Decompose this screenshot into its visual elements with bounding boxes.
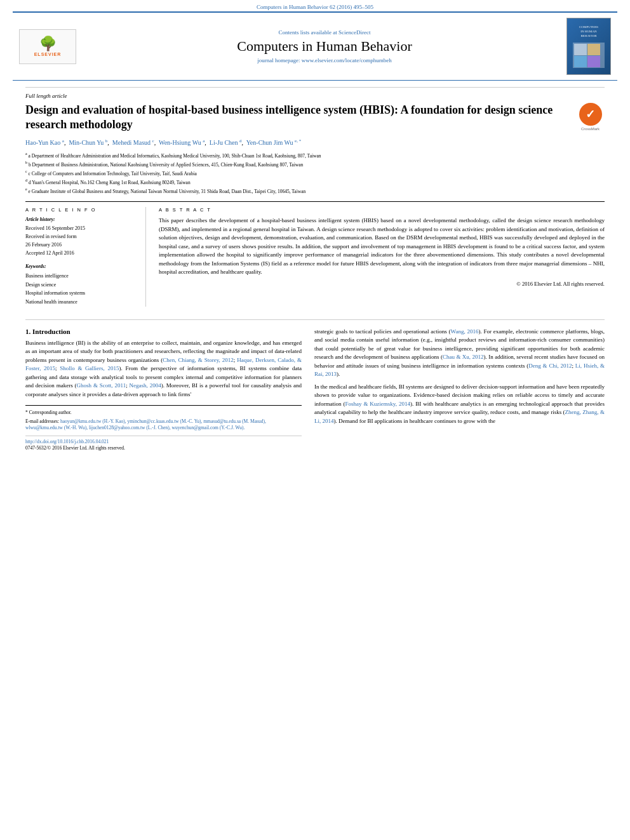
keyword-3: Hospital information systems — [25, 289, 138, 298]
ref-shollo-2015[interactable]: Shollo & Galliers, 2015 — [60, 365, 119, 371]
keyword-2: Design science — [25, 281, 138, 290]
journal-cover-image: COMPUTERSIN HUMANBEHAVIOR — [566, 18, 611, 75]
journal-title: Computers in Human Behavior — [108, 38, 541, 55]
abstract-column: A B S T R A C T This paper describes the… — [159, 207, 605, 307]
journal-header-center: Contents lists available at ScienceDirec… — [95, 29, 554, 63]
abstract-heading: A B S T R A C T — [159, 207, 605, 213]
elsevier-wordmark: ELSEVIER — [34, 52, 62, 57]
intro-right-column: strategic goals to tactical policies and… — [314, 328, 605, 452]
author-kao: Hao-Yun Kao — [25, 139, 60, 146]
author-chen: Li-Ju Chen — [210, 139, 238, 146]
homepage-url[interactable]: www.elsevier.com/locate/comphumbeh — [302, 57, 392, 63]
journal-reference: Computers in Human Behavior 62 (2016) 49… — [0, 0, 630, 11]
email-addresses: haoyun@kmu.edu.tw (H.-Y. Kao), yminchun@… — [25, 418, 266, 431]
ref-zheng-2014[interactable]: Zheng, Zhang, & Li, 2014 — [314, 409, 605, 424]
article-dates: Received 16 September 2015 Received in r… — [25, 225, 138, 257]
ref-foshay-2014[interactable]: Foshay & Kuziemsky, 2014 — [345, 401, 410, 407]
author-wu-ycj: Yen-Chun Jim Wu — [246, 139, 293, 146]
article-info-column: A R T I C L E I N F O Article history: R… — [25, 207, 146, 307]
affiliation-c: c c College of Computers and Information… — [25, 169, 605, 177]
affiliation-b: b b Department of Business Administratio… — [25, 160, 605, 168]
article-title-text: Design and evaluation of hospital-based … — [25, 103, 553, 131]
article-type-label: Full length article — [25, 87, 605, 99]
ref-negash-2004[interactable]: Negash, 2004 — [130, 382, 161, 389]
received-date: Received 16 September 2015 — [25, 225, 138, 233]
affiliation-e: e e Graduate Institute of Global Busines… — [25, 187, 605, 195]
intro-left-column: 1. Introduction Business intelligence (B… — [25, 328, 302, 452]
corresponding-note: * Corresponding author. — [25, 410, 302, 417]
crossmark-label: CrossMark — [581, 127, 600, 131]
doi-line: http://dx.doi.org/10.1016/j.chb.2016.04.… — [25, 436, 302, 446]
keywords-section: Keywords: Business intelligence Design s… — [25, 263, 138, 306]
intro-section-title: 1. Introduction — [25, 328, 302, 335]
intro-paragraph-1: Business intelligence (BI) is the abilit… — [25, 339, 302, 399]
keywords-label: Keywords: — [25, 263, 138, 269]
affiliation-d: d d Yuan's General Hospital, No.162 Chen… — [25, 178, 605, 186]
email-label: E-mail addresses: — [25, 418, 59, 424]
ref-deng-2012[interactable]: Deng & Chi, 2012 — [528, 363, 572, 369]
intro-section-num: 1. — [25, 328, 30, 335]
affiliations-list: a a Department of Healthcare Administrat… — [25, 151, 605, 195]
intro-section-title-text: Introduction — [32, 328, 70, 335]
revised-date: Received in revised form — [25, 233, 138, 241]
keyword-4: National health insurance — [25, 298, 138, 307]
ref-chau-2012[interactable]: Chau & Xu, 2012 — [443, 354, 484, 360]
keywords-list: Business intelligence Design science Hos… — [25, 272, 138, 306]
email-note: E-mail addresses: haoyun@kmu.edu.tw (H.-… — [25, 418, 302, 432]
journal-cover-area: COMPUTERSIN HUMANBEHAVIOR — [554, 18, 611, 75]
science-direct-text: Contents lists available at ScienceDirec… — [108, 29, 541, 36]
intro-paragraph-2: strategic goals to tactical policies and… — [314, 328, 605, 379]
doi-link[interactable]: http://dx.doi.org/10.1016/j.chb.2016.04.… — [25, 439, 109, 444]
history-label: Article history: — [25, 217, 138, 222]
footnotes-area: * Corresponding author. E-mail addresses… — [25, 405, 302, 452]
elsevier-logo-image: 🌳 ELSEVIER — [19, 29, 76, 64]
journal-homepage: journal homepage: www.elsevier.com/locat… — [108, 57, 541, 63]
accepted-date: Accepted 12 April 2016 — [25, 250, 138, 258]
author-masud: Mehedi Masud — [112, 139, 151, 146]
authors-line: Hao-Yun Kao a, Min-Chun Yu b, Mehedi Mas… — [25, 138, 605, 147]
keyword-1: Business intelligence — [25, 272, 138, 281]
crossmark-badge: ✓ CrossMark — [576, 103, 605, 131]
science-direct-link[interactable]: ScienceDirect — [338, 29, 370, 36]
journal-ref-text: Computers in Human Behavior 62 (2016) 49… — [257, 4, 373, 10]
issn-line: 0747-5632/© 2016 Elsevier Ltd. All right… — [25, 445, 302, 452]
affiliation-a: a a Department of Healthcare Administrat… — [25, 151, 605, 159]
copyright-line: © 2016 Elsevier Ltd. All rights reserved… — [159, 281, 605, 287]
crossmark-icon: ✓ — [579, 103, 602, 126]
ref-chen-2012[interactable]: Chen, Chiang, & Storey, 2012 — [163, 357, 234, 363]
intro-paragraph-3: In the medical and healthcare fields, BI… — [314, 383, 605, 426]
article-info-heading: A R T I C L E I N F O — [25, 207, 138, 213]
article-title: Design and evaluation of hospital-based … — [25, 103, 570, 133]
author-yu: Min-Chun Yu — [69, 139, 104, 146]
author-wu-wh: Wen-Hsiung Wu — [159, 139, 201, 146]
ref-wang-2016[interactable]: Wang, 2016 — [451, 328, 479, 335]
revised-date-2: 26 February 2016 — [25, 241, 138, 250]
abstract-text: This paper describes the development of … — [159, 217, 605, 277]
ref-ghosh-2011[interactable]: Ghosh & Scott, 2011 — [77, 382, 126, 389]
elsevier-logo-area: 🌳 ELSEVIER — [19, 29, 95, 64]
